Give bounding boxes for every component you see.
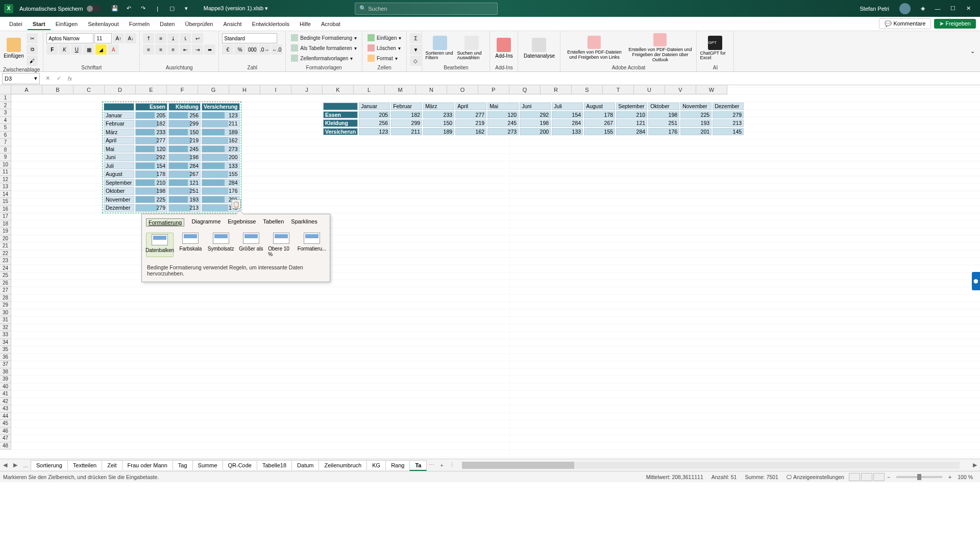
col-header[interactable]: Q: [509, 85, 541, 94]
menu-tab-überprüfen[interactable]: Überprüfen: [180, 19, 218, 29]
col-header[interactable]: S: [572, 85, 603, 94]
qat-more-icon[interactable]: ▾: [181, 3, 192, 14]
format-cells-button[interactable]: Format ▾: [365, 54, 403, 63]
filename[interactable]: Mappe3 (version 1).xlsb ▾: [204, 5, 268, 12]
indent-dec-icon[interactable]: ⇤: [180, 44, 191, 55]
row-header[interactable]: 15: [0, 198, 11, 206]
clear-icon[interactable]: ◇: [410, 56, 421, 66]
row-header[interactable]: 10: [0, 161, 11, 169]
row-header[interactable]: 7: [0, 139, 11, 146]
row-header[interactable]: 21: [0, 242, 11, 250]
wrap-text-icon[interactable]: ↩: [192, 33, 203, 43]
row-header[interactable]: 26: [0, 280, 11, 287]
col-header[interactable]: U: [634, 85, 665, 94]
row-header[interactable]: 1: [0, 94, 11, 102]
row-header[interactable]: 30: [0, 309, 11, 317]
qa-item-4[interactable]: Obere 10 %: [268, 233, 294, 257]
col-header[interactable]: V: [665, 85, 696, 94]
zoom-slider[interactable]: [896, 476, 942, 478]
paste-options-icon[interactable]: 📋: [232, 199, 241, 209]
name-box[interactable]: D3▾: [2, 73, 40, 84]
row-header[interactable]: 36: [0, 354, 11, 361]
indent-inc-icon[interactable]: ⇥: [192, 44, 203, 55]
teams-sidepanel-icon[interactable]: ⬢: [972, 272, 980, 290]
row-header[interactable]: 6: [0, 132, 11, 139]
row-header[interactable]: 13: [0, 183, 11, 191]
sheet-tab-tabelle18[interactable]: Tabelle18: [257, 460, 292, 470]
menu-tab-seitenlayout[interactable]: Seitenlayout: [83, 19, 124, 29]
camera-icon[interactable]: ▢: [166, 3, 178, 14]
row-header[interactable]: 17: [0, 213, 11, 220]
sheet-tab-frau oder mann[interactable]: Frau oder Mann: [122, 460, 173, 470]
sheet-tab-summe[interactable]: Summe: [192, 460, 223, 470]
qa-item-3[interactable]: Größer als: [238, 233, 264, 257]
minimize-icon[interactable]: —: [930, 3, 945, 15]
col-header[interactable]: N: [416, 85, 447, 94]
qa-item-2[interactable]: Symbolsatz: [208, 233, 234, 257]
menu-tab-datei[interactable]: Datei: [4, 19, 28, 29]
col-header[interactable]: E: [136, 85, 167, 94]
table-transposed[interactable]: JanuarFebruarMärzAprilMaiJuniJuliAugustS…: [322, 102, 745, 136]
h-scrollbar[interactable]: [462, 462, 960, 469]
italic-icon[interactable]: K: [59, 44, 70, 55]
font-name-select[interactable]: [46, 33, 93, 43]
format-as-table-button[interactable]: Als Tabelle formatieren ▾: [289, 43, 359, 53]
qa-item-5[interactable]: Formatieru...: [298, 233, 326, 257]
col-header[interactable]: H: [229, 85, 260, 94]
accept-fx-icon[interactable]: ✓: [53, 75, 64, 82]
row-headers[interactable]: 1234567891011121314151617181920212223242…: [0, 94, 11, 449]
qa-item-0[interactable]: Datenbalken: [146, 233, 174, 257]
row-header[interactable]: 31: [0, 316, 11, 324]
row-header[interactable]: 38: [0, 368, 11, 376]
row-header[interactable]: 28: [0, 294, 11, 302]
align-bot-icon[interactable]: ⤓: [167, 33, 179, 43]
avatar[interactable]: [899, 3, 911, 14]
col-header[interactable]: P: [478, 85, 509, 94]
view-normal-icon[interactable]: [849, 473, 860, 481]
row-header[interactable]: 33: [0, 331, 11, 339]
sheet-tab-datum[interactable]: Datum: [291, 460, 319, 470]
col-header[interactable]: K: [323, 85, 354, 94]
sheet-more-icon[interactable]: ...: [20, 462, 31, 468]
col-header[interactable]: A: [11, 85, 42, 94]
format-painter-icon[interactable]: 🖌: [27, 56, 38, 66]
sheet-overflow-icon[interactable]: ⋯: [426, 462, 436, 468]
qa-tab-formatierung[interactable]: Formatierung: [146, 218, 184, 227]
col-header[interactable]: I: [260, 85, 291, 94]
font-size-select[interactable]: [94, 33, 112, 43]
view-page-icon[interactable]: [861, 473, 872, 481]
menu-tab-einfügen[interactable]: Einfügen: [51, 19, 83, 29]
row-header[interactable]: 24: [0, 265, 11, 272]
qa-tab-ergebnisse[interactable]: Ergebnisse: [228, 218, 256, 227]
row-header[interactable]: 20: [0, 235, 11, 243]
row-header[interactable]: 41: [0, 390, 11, 398]
menu-tab-daten[interactable]: Daten: [155, 19, 180, 29]
col-header[interactable]: R: [541, 85, 572, 94]
row-header[interactable]: 47: [0, 435, 11, 442]
scroll-right-icon[interactable]: ▶: [970, 462, 980, 468]
undo-icon[interactable]: ↶: [124, 3, 135, 14]
formula-input[interactable]: [76, 73, 980, 84]
align-left-icon[interactable]: ≡: [143, 44, 154, 55]
insert-cells-button[interactable]: Einfügen ▾: [365, 33, 403, 42]
pdf-link-button[interactable]: Erstellen von PDF-Dateien und Freigeben …: [564, 33, 625, 63]
addins-button[interactable]: Add-Ins: [493, 33, 514, 63]
row-header[interactable]: 39: [0, 375, 11, 383]
font-color-icon[interactable]: A: [108, 44, 119, 55]
row-header[interactable]: 3: [0, 109, 11, 117]
align-right-icon[interactable]: ≡: [167, 44, 179, 55]
delete-cells-button[interactable]: Löschen ▾: [365, 43, 403, 53]
row-header[interactable]: 16: [0, 206, 11, 213]
table-vertical[interactable]: EssenKleidungVersicherungJanuar205256123…: [102, 102, 241, 213]
menu-tab-hilfe[interactable]: Hilfe: [295, 19, 316, 29]
row-header[interactable]: 27: [0, 287, 11, 294]
merge-icon[interactable]: ⬌: [204, 44, 215, 55]
row-header[interactable]: 11: [0, 168, 11, 176]
sheet-add-icon[interactable]: +: [436, 462, 447, 468]
row-header[interactable]: 25: [0, 272, 11, 280]
col-header[interactable]: C: [74, 85, 105, 94]
row-header[interactable]: 37: [0, 361, 11, 368]
menu-tab-start[interactable]: Start: [28, 19, 51, 30]
copy-icon[interactable]: ⧉: [27, 44, 38, 55]
sheet-tab-sortierung[interactable]: Sortierung: [31, 460, 68, 470]
